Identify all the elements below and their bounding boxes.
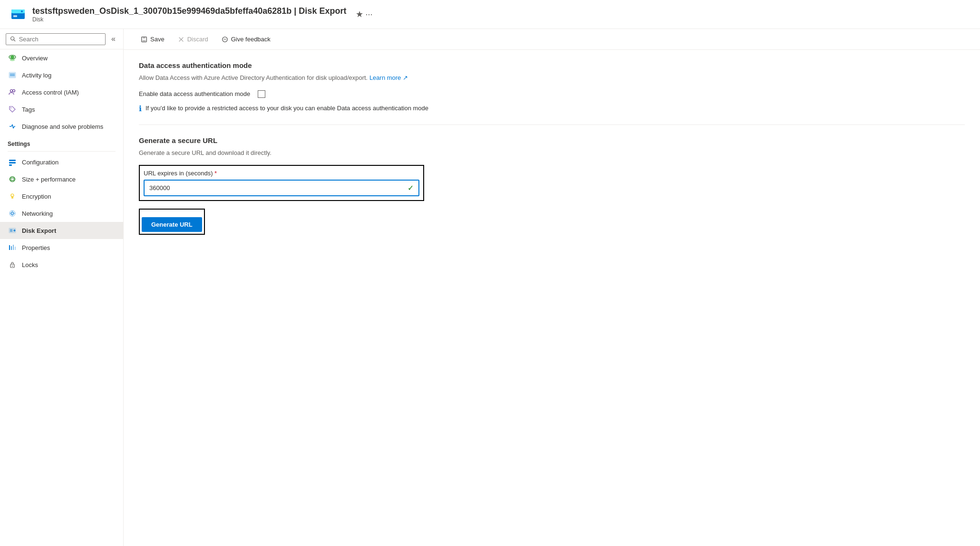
sidebar-item-properties-label: Properties — [22, 244, 50, 251]
url-field-container: URL expires in (seconds) * ✓ — [139, 165, 424, 201]
give-feedback-button[interactable]: Give feedback — [216, 33, 276, 46]
toolbar: Save Discard Give feedback — [124, 29, 980, 50]
size-performance-icon — [8, 174, 17, 184]
svg-rect-34 — [10, 229, 12, 232]
sidebar-item-access-control[interactable]: Access control (IAM) — [0, 84, 123, 101]
sidebar-item-overview[interactable]: Overview — [0, 49, 123, 67]
sidebar-item-networking[interactable]: Networking — [0, 205, 123, 222]
svg-line-19 — [13, 126, 14, 128]
sidebar-item-tags[interactable]: Tags — [0, 101, 123, 118]
svg-rect-39 — [11, 246, 12, 250]
sidebar-item-encryption-label: Encryption — [22, 193, 51, 200]
sidebar-item-disk-export-label: Disk Export — [22, 227, 56, 234]
sidebar-item-configuration[interactable]: Configuration — [0, 153, 123, 171]
header-actions: ★ ··· — [356, 9, 372, 19]
external-link-icon: ↗ — [403, 74, 408, 81]
url-section-desc: Generate a secure URL and download it di… — [139, 148, 965, 158]
access-control-icon — [8, 87, 17, 97]
sidebar-item-size-performance[interactable]: Size + performance — [0, 171, 123, 188]
auth-section-title: Data access authentication mode — [139, 61, 965, 69]
svg-point-2 — [21, 10, 23, 12]
sidebar-search-row: « — [0, 29, 123, 49]
sidebar-item-activity-log[interactable]: Activity log — [0, 67, 123, 84]
svg-line-18 — [12, 125, 13, 128]
activity-log-icon — [8, 70, 17, 80]
main-layout: « Overview Activity log Access control (… — [0, 29, 980, 546]
sidebar: « Overview Activity log Access control (… — [0, 29, 124, 546]
discard-button[interactable]: Discard — [172, 33, 214, 46]
generate-url-button[interactable]: Generate URL — [142, 217, 202, 232]
more-options-icon[interactable]: ··· — [365, 10, 372, 19]
svg-rect-40 — [13, 245, 14, 250]
sidebar-item-overview-label: Overview — [22, 55, 48, 62]
sidebar-item-properties[interactable]: Properties — [0, 239, 123, 256]
svg-point-15 — [10, 107, 11, 108]
svg-point-25 — [10, 178, 15, 181]
url-input-wrapper: ✓ — [144, 180, 419, 196]
url-section-title: Generate a secure URL — [139, 136, 965, 144]
sidebar-item-locks[interactable]: Locks — [0, 256, 123, 273]
sidebar-item-networking-label: Networking — [22, 210, 53, 217]
diagnose-icon — [8, 122, 17, 131]
svg-point-43 — [12, 266, 13, 267]
header-title-block: testsftpsweden_OsDisk_1_30070b15e999469d… — [32, 6, 346, 23]
learn-more-link[interactable]: Learn more ↗ — [369, 74, 408, 81]
discard-label: Discard — [187, 36, 208, 43]
auth-section: Data access authentication mode Allow Da… — [139, 61, 965, 113]
sidebar-item-tags-label: Tags — [22, 106, 35, 113]
networking-icon — [8, 209, 17, 218]
auth-info-box: ℹ If you'd like to provide a restricted … — [139, 104, 965, 113]
search-icon — [10, 36, 16, 42]
main-content: Save Discard Give feedback Data access a… — [124, 29, 980, 546]
auth-checkbox-wrapper[interactable] — [258, 90, 265, 98]
auth-field-label: Enable data access authentication mode — [139, 90, 250, 97]
tags-icon — [8, 105, 17, 114]
sidebar-search-box[interactable] — [6, 33, 106, 45]
resource-icon — [10, 6, 27, 23]
encryption-icon — [8, 192, 17, 201]
sidebar-item-configuration-label: Configuration — [22, 159, 58, 166]
discard-icon — [178, 36, 184, 43]
search-input[interactable] — [19, 36, 101, 43]
collapse-sidebar-icon[interactable]: « — [109, 33, 117, 45]
url-expires-input[interactable] — [145, 181, 403, 195]
svg-point-26 — [11, 177, 14, 182]
svg-rect-38 — [9, 245, 10, 250]
sidebar-item-encryption[interactable]: Encryption — [0, 188, 123, 205]
svg-point-13 — [10, 90, 13, 92]
url-field-label: URL expires in (seconds) * — [144, 170, 419, 177]
svg-rect-3 — [13, 15, 17, 17]
info-icon: ℹ — [139, 104, 142, 113]
auth-section-desc: Allow Data Access with Azure Active Dire… — [139, 73, 965, 83]
section-divider — [139, 125, 965, 125]
favorite-star-icon[interactable]: ★ — [356, 9, 363, 19]
generate-url-btn-container: Generate URL — [139, 209, 205, 235]
svg-point-4 — [11, 37, 14, 40]
svg-rect-46 — [143, 39, 146, 41]
sidebar-item-activity-log-label: Activity log — [22, 72, 51, 79]
overview-icon — [8, 53, 17, 63]
save-button[interactable]: Save — [135, 33, 170, 46]
feedback-icon — [222, 36, 228, 43]
required-marker: * — [214, 170, 217, 177]
input-check-icon: ✓ — [403, 183, 418, 192]
configuration-icon — [8, 157, 17, 167]
svg-rect-23 — [9, 164, 12, 166]
settings-section-label: Settings — [0, 135, 123, 149]
page-title: testsftpsweden_OsDisk_1_30070b15e999469d… — [32, 6, 346, 16]
auth-checkbox[interactable] — [258, 90, 265, 98]
locks-icon — [8, 260, 17, 269]
sidebar-item-disk-export[interactable]: Disk Export — [0, 222, 123, 239]
save-label: Save — [150, 36, 165, 43]
properties-icon — [8, 243, 17, 252]
svg-rect-21 — [9, 160, 16, 161]
svg-point-14 — [13, 90, 15, 92]
svg-rect-28 — [11, 196, 13, 199]
url-section: Generate a secure URL Generate a secure … — [139, 136, 965, 235]
page-header: testsftpsweden_OsDisk_1_30070b15e999469d… — [0, 0, 980, 29]
sidebar-item-diagnose[interactable]: Diagnose and solve problems — [0, 118, 123, 135]
svg-rect-41 — [15, 247, 16, 250]
disk-export-icon — [8, 226, 17, 235]
auth-info-text: If you'd like to provide a restricted ac… — [146, 104, 428, 113]
sidebar-item-size-performance-label: Size + performance — [22, 176, 76, 183]
